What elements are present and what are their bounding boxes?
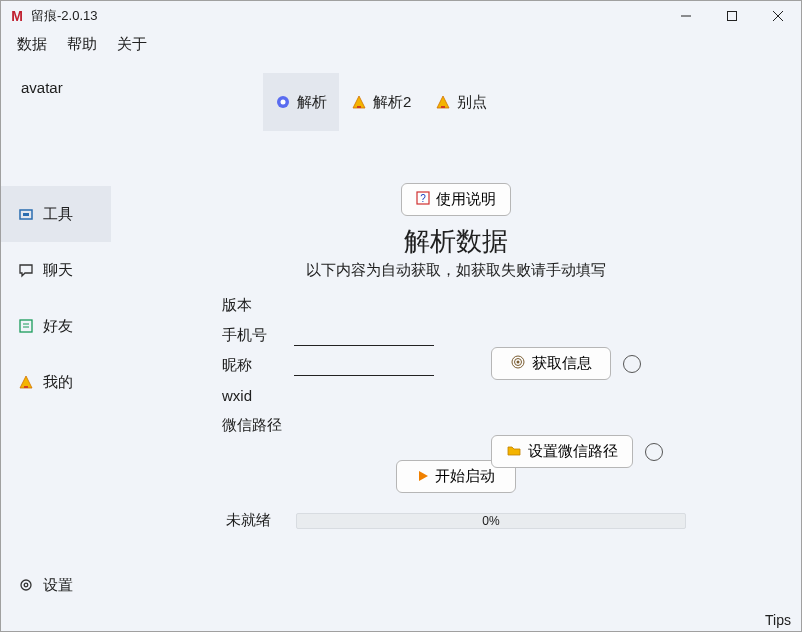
gear-icon xyxy=(17,576,35,594)
menu-about[interactable]: 关于 xyxy=(107,33,157,56)
start-label: 开始启动 xyxy=(435,467,495,486)
sidebar: avatar 工具 聊天 好友 我的 xyxy=(1,57,111,609)
radio-setpath[interactable] xyxy=(645,443,663,461)
tab-label-parse: 解析 xyxy=(297,93,327,112)
main: 解析 解析2 别点 ? 使用说明 解析 xyxy=(111,57,801,609)
svg-rect-10 xyxy=(24,386,28,388)
tab-dont[interactable]: 别点 xyxy=(423,73,499,131)
progress-bar: 0% xyxy=(296,513,686,529)
page-parse: ? 使用说明 解析数据 以下内容为自动获取，如获取失败请手动填写 版本 手机号 … xyxy=(123,183,789,530)
footer: Tips xyxy=(1,609,801,631)
menu-help[interactable]: 帮助 xyxy=(57,33,107,56)
sidebar-item-tools[interactable]: 工具 xyxy=(1,186,111,242)
label-phone: 手机号 xyxy=(216,326,294,345)
help-button[interactable]: ? 使用说明 xyxy=(401,183,511,216)
radio-getinfo[interactable] xyxy=(623,355,641,373)
tools-icon xyxy=(17,205,35,223)
mine-icon xyxy=(17,373,35,391)
svg-marker-24 xyxy=(419,471,428,481)
close-button[interactable] xyxy=(755,1,801,31)
maximize-button[interactable] xyxy=(709,1,755,31)
status-row: 未就绪 0% xyxy=(226,511,686,530)
friends-icon xyxy=(17,317,35,335)
sidebar-label-settings: 设置 xyxy=(43,576,73,595)
tab-strip: 解析 解析2 别点 xyxy=(263,73,789,131)
set-path-label: 设置微信路径 xyxy=(528,442,618,461)
page-title: 解析数据 xyxy=(404,224,508,259)
input-nickname[interactable] xyxy=(294,354,434,376)
status-label: 未就绪 xyxy=(226,511,286,530)
fingerprint-icon xyxy=(510,354,526,373)
avatar-placeholder: avatar xyxy=(1,65,111,96)
svg-text:?: ? xyxy=(420,193,426,204)
svg-point-23 xyxy=(517,361,520,364)
label-wxid: wxid xyxy=(216,387,294,404)
svg-point-11 xyxy=(21,580,31,590)
tab-label-dont: 别点 xyxy=(457,93,487,112)
row-getinfo: 获取信息 xyxy=(491,347,641,380)
input-phone[interactable] xyxy=(294,324,434,346)
tab-label-parse2: 解析2 xyxy=(373,93,411,112)
parse2-icon xyxy=(351,94,367,110)
sidebar-item-chat[interactable]: 聊天 xyxy=(1,242,111,298)
sidebar-item-settings[interactable]: 设置 xyxy=(1,565,111,605)
menubar: 数据 帮助 关于 xyxy=(1,31,801,57)
sidebar-item-friends[interactable]: 好友 xyxy=(1,298,111,354)
label-wxpath: 微信路径 xyxy=(216,416,294,435)
help-button-label: 使用说明 xyxy=(436,190,496,209)
get-info-button[interactable]: 获取信息 xyxy=(491,347,611,380)
tab-parse2[interactable]: 解析2 xyxy=(339,73,423,131)
help-icon: ? xyxy=(416,191,430,208)
label-nickname: 昵称 xyxy=(216,356,294,375)
row-setpath: 设置微信路径 xyxy=(491,435,663,468)
progress-text: 0% xyxy=(482,514,499,528)
svg-point-12 xyxy=(24,583,28,587)
set-path-button[interactable]: 设置微信路径 xyxy=(491,435,633,468)
get-info-label: 获取信息 xyxy=(532,354,592,373)
menu-data[interactable]: 数据 xyxy=(7,33,57,56)
svg-rect-6 xyxy=(20,320,32,332)
svg-rect-18 xyxy=(441,106,445,108)
window-title: 留痕-2.0.13 xyxy=(31,7,97,25)
play-icon xyxy=(417,468,429,485)
sidebar-label-friends: 好友 xyxy=(43,317,73,336)
chat-icon xyxy=(17,261,35,279)
svg-rect-5 xyxy=(23,213,29,216)
app-icon: M xyxy=(9,8,25,24)
parse-icon xyxy=(275,94,291,110)
svg-rect-16 xyxy=(357,106,361,108)
sidebar-label-tools: 工具 xyxy=(43,205,73,224)
svg-rect-1 xyxy=(728,12,737,21)
page-subtitle: 以下内容为自动获取，如获取失败请手动填写 xyxy=(306,261,606,280)
sidebar-label-mine: 我的 xyxy=(43,373,73,392)
sidebar-label-chat: 聊天 xyxy=(43,261,73,280)
sidebar-item-mine[interactable]: 我的 xyxy=(1,354,111,410)
folder-icon xyxy=(506,442,522,461)
minimize-button[interactable] xyxy=(663,1,709,31)
svg-point-14 xyxy=(281,100,286,105)
tips-link[interactable]: Tips xyxy=(765,612,791,628)
titlebar: M 留痕-2.0.13 xyxy=(1,1,801,31)
dont-icon xyxy=(435,94,451,110)
label-version: 版本 xyxy=(216,296,294,315)
tab-parse[interactable]: 解析 xyxy=(263,73,339,131)
